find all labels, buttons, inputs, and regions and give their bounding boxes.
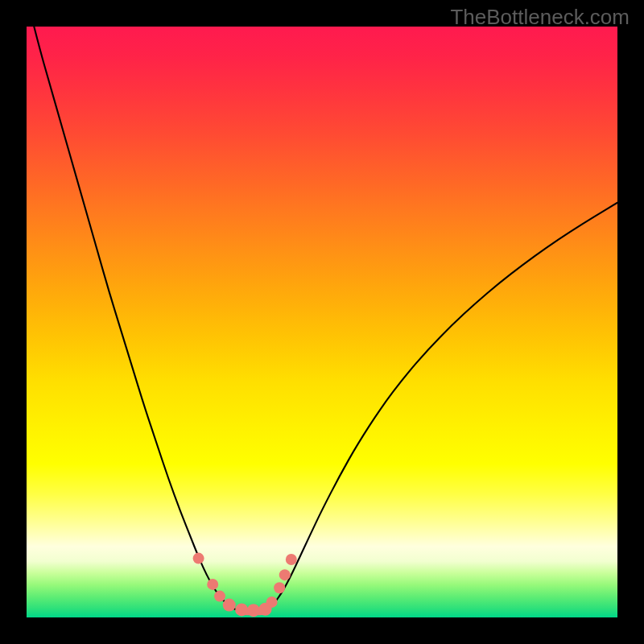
marker-dot bbox=[266, 597, 278, 608]
chart-frame: TheBottleneck.com bbox=[0, 0, 644, 644]
marker-dot bbox=[279, 569, 291, 580]
marker-dot bbox=[214, 591, 225, 602]
marker-dot bbox=[274, 582, 285, 593]
bottleneck-chart bbox=[27, 27, 617, 617]
marker-dot bbox=[207, 579, 218, 590]
marker-dot bbox=[286, 554, 297, 565]
watermark-text: TheBottleneck.com bbox=[450, 5, 630, 30]
gradient-bg bbox=[27, 27, 617, 617]
marker-dot bbox=[223, 599, 236, 612]
marker-dot bbox=[247, 604, 260, 617]
marker-dot bbox=[193, 553, 204, 564]
marker-dot bbox=[235, 603, 248, 616]
